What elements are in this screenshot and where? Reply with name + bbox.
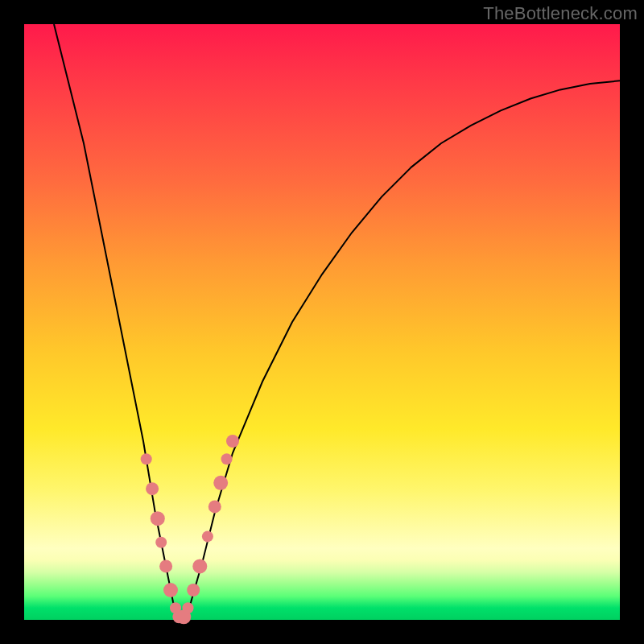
marker-point [183,602,194,613]
curve-layer [24,24,620,620]
bottleneck-curve [54,24,620,620]
marker-point [226,435,239,448]
marker-point [202,530,213,542]
marker-point [213,476,228,490]
marker-group [141,435,239,624]
marker-point [192,559,207,573]
marker-point [141,453,152,464]
marker-point [146,482,159,495]
marker-point [187,584,200,597]
marker-point [221,453,233,464]
watermark-text: TheBottleneck.com [483,3,638,24]
marker-point [151,511,165,526]
marker-point [208,500,221,513]
marker-point [163,583,178,597]
marker-point [155,537,167,548]
chart-frame: TheBottleneck.com [0,0,644,644]
marker-point [159,559,172,572]
plot-area [24,24,620,620]
